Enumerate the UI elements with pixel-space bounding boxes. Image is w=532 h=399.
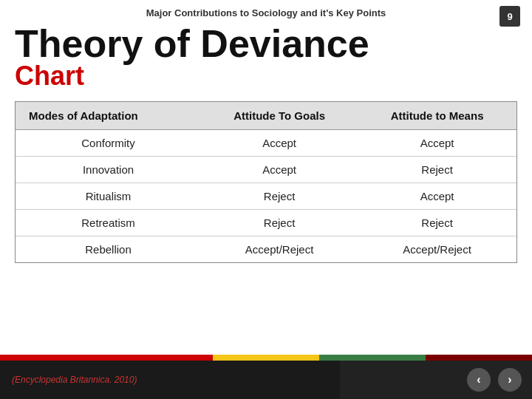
table-cell-2-0: Ritualism: [16, 183, 201, 210]
table-header-row: Modes of Adaptation Attitude To Goals At…: [16, 102, 516, 130]
color-seg-red: [0, 355, 213, 361]
color-seg-darkred: [426, 355, 532, 361]
table-cell-1-1: Accept: [201, 157, 358, 183]
table-cell-2-1: Reject: [201, 183, 358, 210]
color-seg-yellow: [213, 355, 319, 361]
table-cell-1-0: Innovation: [16, 157, 201, 183]
col-header-goals: Attitude To Goals: [201, 102, 358, 130]
slide-container: Major Contributions to Sociology and it'…: [0, 0, 532, 399]
footer-bar: (Encyclopedia Britannica. 2010) ‹ ›: [0, 361, 532, 399]
deviance-table: Modes of Adaptation Attitude To Goals At…: [16, 102, 516, 262]
slide-title-sub: Chart: [15, 63, 517, 89]
table-wrapper: Modes of Adaptation Attitude To Goals At…: [15, 101, 517, 263]
footer-citation: (Encyclopedia Britannica. 2010): [12, 375, 137, 385]
footer-color-bar: [0, 355, 532, 361]
table-cell-1-2: Reject: [358, 157, 516, 183]
slide-title-main: Theory of Deviance: [15, 24, 517, 63]
table-row: ConformityAcceptAccept: [16, 130, 516, 157]
col-header-means: Attitude to Means: [358, 102, 516, 130]
table-row: RetreatismRejectReject: [16, 210, 516, 236]
table-cell-3-0: Retreatism: [16, 210, 201, 236]
footer-right: ‹ ›: [340, 361, 532, 399]
slide-title-block: Theory of Deviance Chart: [0, 21, 532, 95]
table-cell-4-0: Rebellion: [16, 236, 201, 263]
table-cell-3-2: Reject: [358, 210, 516, 236]
color-seg-green: [319, 355, 426, 361]
table-row: InnovationAcceptReject: [16, 157, 516, 183]
table-cell-4-1: Accept/Reject: [201, 236, 358, 263]
footer-left: (Encyclopedia Britannica. 2010): [0, 361, 340, 399]
table-cell-4-2: Accept/Reject: [358, 236, 516, 263]
table-cell-0-0: Conformity: [16, 130, 201, 157]
table-cell-0-2: Accept: [358, 130, 516, 157]
slide-number-badge: 9: [499, 6, 520, 27]
table-row: RitualismRejectAccept: [16, 183, 516, 210]
col-header-modes: Modes of Adaptation: [16, 102, 201, 130]
table-row: RebellionAccept/RejectAccept/Reject: [16, 236, 516, 263]
table-cell-3-1: Reject: [201, 210, 358, 236]
top-bar: Major Contributions to Sociology and it'…: [0, 0, 532, 18]
table-cell-0-1: Accept: [201, 130, 358, 157]
nav-next-button[interactable]: ›: [498, 368, 522, 392]
nav-prev-button[interactable]: ‹: [467, 368, 491, 392]
slide-subtitle: Major Contributions to Sociology and it'…: [15, 7, 517, 18]
table-cell-2-2: Accept: [358, 183, 516, 210]
